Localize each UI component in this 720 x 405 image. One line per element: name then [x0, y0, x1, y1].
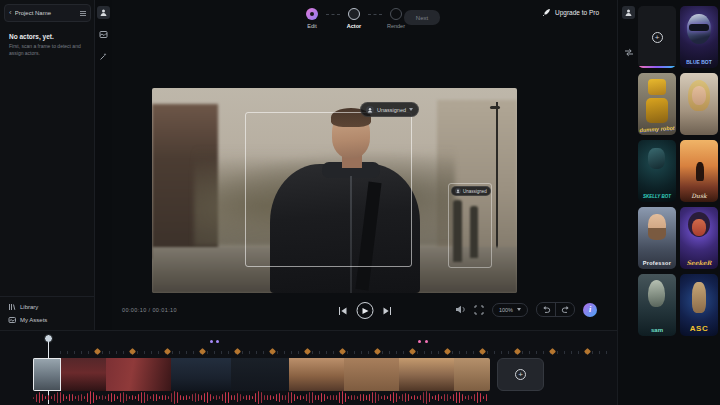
keyframe-diamond[interactable] — [409, 348, 416, 355]
actor-card-seeker[interactable]: SeekeR — [680, 207, 718, 269]
actor-card-woman[interactable] — [680, 73, 718, 135]
assets-icon — [8, 316, 16, 324]
add-actor-card[interactable]: + — [638, 6, 676, 68]
keyframe-diamond[interactable] — [514, 348, 521, 355]
skip-forward-button[interactable] — [382, 306, 392, 316]
upgrade-to-pro-button[interactable]: Upgrade to Pro — [542, 8, 599, 17]
waveform-bar — [162, 395, 163, 401]
waveform-bar — [333, 395, 334, 399]
sidebar-item-library[interactable]: Library — [8, 303, 38, 311]
timeline-frame[interactable] — [344, 358, 399, 391]
actor-card-sam[interactable]: sam — [638, 274, 676, 336]
scan-actors-tool-button[interactable] — [97, 6, 110, 19]
timeline-marker-dot[interactable] — [210, 340, 213, 343]
keyframe-diamond[interactable] — [234, 348, 241, 355]
undo-button[interactable] — [537, 303, 555, 316]
waveform-bar — [231, 395, 232, 401]
zoom-level-dropdown[interactable]: 100% — [492, 303, 528, 317]
magic-tools-button[interactable] — [97, 50, 110, 63]
waveform-bar — [357, 396, 358, 398]
timeline-frame[interactable] — [399, 358, 454, 391]
step-edit[interactable]: Edit — [298, 8, 326, 29]
waveform-bar — [105, 396, 106, 398]
sidebar-divider — [0, 296, 94, 297]
timeline-marker-dot[interactable] — [418, 340, 421, 343]
timeline-frame[interactable] — [231, 358, 289, 391]
redo-button[interactable] — [556, 303, 574, 316]
waveform-bar — [291, 392, 292, 403]
keyframe-diamond[interactable] — [339, 348, 346, 355]
keyframe-diamond[interactable] — [164, 348, 171, 355]
skip-back-button[interactable] — [337, 306, 347, 316]
actor-card-professor[interactable]: Professor — [638, 207, 676, 269]
retarget-tab[interactable] — [622, 46, 635, 59]
volume-button[interactable] — [455, 305, 466, 314]
assignment-label: Unassigned — [463, 189, 487, 194]
actor-card-asc[interactable]: ASC — [680, 274, 718, 336]
timeline-frame[interactable] — [171, 358, 231, 391]
actor-name: dummy robot — [638, 125, 676, 134]
waveform-bar — [336, 395, 337, 400]
keyframe-diamond[interactable] — [444, 348, 451, 355]
next-button[interactable]: Next — [404, 10, 440, 25]
keyframe-diamond[interactable] — [374, 348, 381, 355]
video-lamppost — [496, 102, 498, 264]
sidebar-item-my-assets[interactable]: My Assets — [8, 316, 47, 324]
swap-arrows-icon — [624, 48, 634, 57]
back-chevron-icon[interactable]: ‹ — [9, 9, 12, 17]
timeline-marker-dot[interactable] — [216, 340, 219, 343]
detection-box-primary[interactable] — [245, 112, 412, 267]
video-preview[interactable]: Unassigned Unassigned — [152, 88, 517, 293]
waveform-bar — [156, 394, 157, 401]
play-button[interactable] — [356, 302, 373, 319]
keyframe-diamond[interactable] — [549, 348, 556, 355]
timeline-frame[interactable] — [61, 358, 106, 391]
timeline[interactable]: + — [0, 330, 617, 405]
keyframe-diamond[interactable] — [584, 348, 591, 355]
waveform-bar — [351, 395, 352, 400]
keyframe-diamond[interactable] — [94, 348, 101, 355]
project-bar[interactable]: ‹ Project Name — [4, 4, 91, 22]
step-actor[interactable]: Actor — [340, 8, 368, 29]
fit-to-screen-button[interactable] — [474, 305, 484, 315]
actor-card-blue-bot[interactable]: BLUE BOT — [680, 6, 718, 68]
keyframe-diamond[interactable] — [269, 348, 276, 355]
timeline-frame[interactable] — [454, 358, 490, 391]
timeline-marker-dot[interactable] — [425, 340, 428, 343]
timeline-frame[interactable] — [33, 358, 61, 391]
actor-name: ASC — [680, 324, 718, 333]
waveform-bar — [186, 395, 187, 400]
waveform-bar — [216, 395, 217, 400]
keyframe-diamond[interactable] — [479, 348, 486, 355]
project-menu-icon[interactable] — [80, 11, 86, 16]
waveform-bar — [486, 394, 487, 401]
waveform-bar — [477, 392, 478, 402]
video-track[interactable] — [33, 358, 490, 391]
waveform-bar — [234, 395, 235, 400]
waveform-bar — [222, 394, 223, 401]
assignment-dropdown-primary[interactable]: Unassigned — [360, 102, 419, 117]
actors-sidebar: ‹ Project Name No actors, yet. First, sc… — [0, 0, 95, 330]
keyframe-diamond[interactable] — [304, 348, 311, 355]
waveform-bar — [264, 395, 265, 399]
actor-library-tab[interactable] — [622, 6, 635, 19]
actor-grid: + BLUE BOT dummy robot SKELLY BOT Dusk P… — [638, 6, 718, 336]
add-clip-button[interactable]: + — [497, 358, 544, 391]
actor-card-dummy-robot[interactable]: dummy robot — [638, 73, 676, 135]
actor-card-skelly-bot[interactable]: SKELLY BOT — [638, 140, 676, 202]
playback-controls — [337, 302, 392, 319]
assignment-dropdown-secondary[interactable]: Unassigned — [451, 186, 491, 196]
waveform-bar — [84, 396, 85, 398]
timeline-frame[interactable] — [106, 358, 171, 391]
keyframe-diamond[interactable] — [199, 348, 206, 355]
info-button[interactable]: i — [583, 303, 597, 317]
waveform-bar — [129, 396, 130, 398]
audio-waveform[interactable] — [33, 391, 491, 404]
waveform-bar — [78, 395, 79, 401]
keyframe-diamond[interactable] — [129, 348, 136, 355]
frames-tool-button[interactable] — [97, 28, 110, 41]
rocket-icon — [542, 8, 551, 17]
timeline-frame[interactable] — [289, 358, 344, 391]
waveform-bar — [33, 397, 34, 399]
actor-card-dusk[interactable]: Dusk — [680, 140, 718, 202]
